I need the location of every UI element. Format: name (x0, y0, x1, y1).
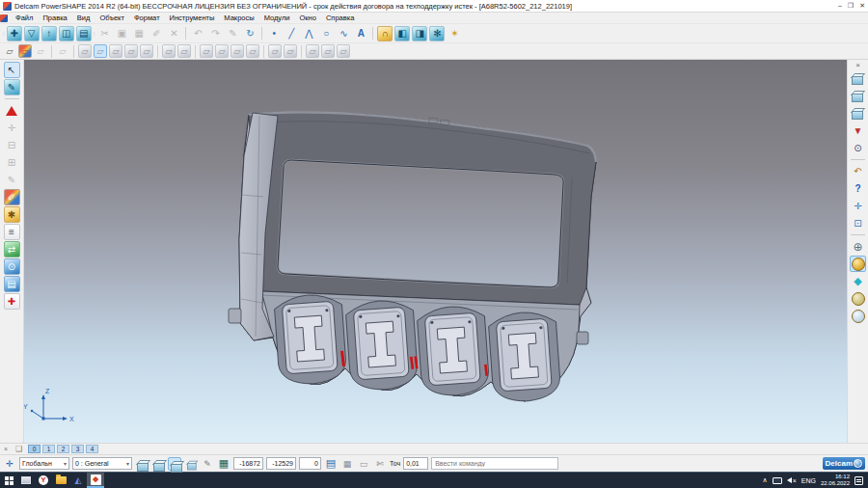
menu-help[interactable]: Справка (321, 14, 359, 22)
menu-window[interactable]: Окно (295, 14, 321, 22)
create-circle-icon[interactable] (318, 26, 334, 41)
title-bar[interactable]: Delcam PowerSHAPE 2014 R2 (64-bit) БЕССР… (0, 0, 868, 13)
level-edit-icon[interactable] (201, 457, 214, 471)
feature-pocket-icon[interactable] (321, 44, 335, 58)
menu-macros[interactable]: Макросы (219, 14, 258, 22)
iso-view-1-icon[interactable] (850, 70, 866, 87)
create-polyline-icon[interactable] (301, 26, 316, 41)
create-solid-icon[interactable] (394, 26, 410, 41)
level-small-icon[interactable] (185, 458, 196, 469)
position-list-icon[interactable] (324, 457, 338, 471)
zoom-full-icon[interactable] (850, 198, 866, 214)
toolbox-icon[interactable] (4, 276, 20, 292)
menu-object[interactable]: Объект (95, 14, 129, 22)
toolbar-handle[interactable]: ⁞ (3, 31, 5, 37)
workplane-tools-icon[interactable] (18, 44, 32, 58)
surface-network-icon[interactable] (94, 44, 107, 58)
feature-hole-icon[interactable] (306, 44, 319, 58)
save-model-icon[interactable] (59, 26, 74, 41)
page-tab-4[interactable]: 4 (86, 445, 98, 453)
surface-from-curves-icon[interactable] (109, 44, 122, 58)
mold-block-icon[interactable] (4, 137, 20, 153)
iso-view-3-icon[interactable] (850, 105, 866, 122)
pocket-2[interactable] (345, 299, 419, 393)
workplane-triad-icon[interactable] (3, 457, 16, 471)
shaded-view-icon[interactable] (850, 256, 866, 272)
surface-extrude-icon[interactable] (124, 44, 138, 58)
create-assembly-icon[interactable] (429, 26, 445, 41)
keyboard-icon[interactable] (357, 457, 370, 471)
tray-clock[interactable]: 16:12 22.06.2022 (821, 474, 850, 488)
page-tab-3[interactable]: 3 (71, 445, 84, 453)
hidden-icons-chevron[interactable] (763, 476, 768, 484)
coordinate-z-field[interactable]: 0 (299, 457, 321, 470)
toolbar2-close-icon[interactable] (3, 44, 16, 58)
model-search-icon[interactable] (4, 258, 20, 275)
taskbar-cad-viewer[interactable]: ◭ (69, 473, 87, 488)
transform-icon[interactable] (4, 120, 20, 136)
maximize-button[interactable]: ❐ (848, 2, 854, 10)
start-button[interactable] (0, 473, 17, 488)
pocket-4[interactable] (488, 311, 561, 404)
hazard-warning-icon[interactable] (4, 102, 20, 119)
sheet-stack-icon[interactable] (4, 224, 20, 240)
3d-viewport[interactable]: Z X Y (24, 60, 847, 443)
mask-filter-icon[interactable] (373, 457, 387, 471)
wizard-icon[interactable] (447, 26, 462, 41)
workplane-selector[interactable]: Глобальн ▾ (19, 457, 69, 470)
delete-icon[interactable] (166, 26, 181, 41)
tolerance-field[interactable]: 0,01 (403, 457, 428, 470)
redo-icon[interactable] (207, 26, 223, 41)
rtb-close-icon[interactable] (850, 61, 866, 69)
new-model-icon[interactable] (7, 26, 22, 41)
print-icon[interactable] (76, 26, 92, 41)
level-set-2-icon[interactable] (151, 457, 165, 471)
part-library-icon[interactable] (4, 241, 20, 258)
paste-icon[interactable] (131, 26, 147, 41)
select-cursor-icon[interactable] (4, 62, 20, 78)
toolbar-handle[interactable]: ⁞ (94, 31, 95, 37)
create-feature-icon[interactable] (412, 26, 427, 41)
feather-icon[interactable] (4, 172, 20, 188)
camera-view-icon[interactable] (850, 140, 866, 156)
level-selector[interactable]: 0 : General ▾ (72, 457, 132, 470)
edit-text-icon[interactable] (225, 26, 240, 41)
create-curve-icon[interactable] (336, 26, 351, 41)
create-surface-icon[interactable] (377, 26, 393, 41)
create-text-icon[interactable] (353, 26, 368, 41)
zoom-help-icon[interactable] (850, 180, 866, 197)
grid-toggle-icon[interactable] (217, 457, 231, 471)
volume-muted-icon[interactable]: × (787, 477, 797, 484)
undo-icon[interactable] (190, 26, 205, 41)
surface-plane-icon[interactable] (78, 44, 92, 58)
page-tab-0[interactable]: 0 (28, 445, 41, 453)
close-button[interactable]: ✕ (859, 2, 865, 10)
cut-icon[interactable] (96, 26, 112, 41)
coordinate-x-field[interactable]: -16872 (233, 457, 263, 470)
import-file-icon[interactable] (41, 26, 57, 41)
macro-tools-icon[interactable] (4, 206, 20, 223)
pocket-1[interactable] (274, 293, 347, 387)
feature-boss-icon[interactable] (337, 44, 350, 58)
coordinate-y-field[interactable]: -12529 (266, 457, 296, 470)
menu-format[interactable]: Формат (129, 14, 165, 22)
sketch-tools-icon[interactable] (4, 79, 20, 95)
rebuild-icon[interactable] (242, 26, 258, 41)
copy-icon[interactable] (114, 26, 129, 41)
model-doctor-icon[interactable] (4, 293, 20, 310)
zoom-box-icon[interactable] (850, 215, 866, 231)
surface-revolve-icon[interactable] (140, 44, 153, 58)
solid-revolve-icon[interactable] (215, 44, 229, 58)
previous-view-icon[interactable] (850, 163, 866, 179)
tabbar-close-icon[interactable]: × (2, 446, 10, 452)
display-icon[interactable] (773, 477, 782, 484)
level-set-1-icon[interactable] (135, 457, 149, 471)
iso-view-2-icon[interactable] (850, 88, 866, 104)
minimize-button[interactable]: – (838, 2, 842, 10)
taskbar-yandex-browser[interactable]: Y (35, 473, 52, 488)
language-indicator[interactable]: ENG (801, 477, 816, 484)
open-model-icon[interactable] (24, 26, 40, 41)
boolean-subtract-icon[interactable] (284, 44, 297, 58)
fillet-corner-icon[interactable] (177, 44, 191, 58)
transparent-view-icon[interactable] (850, 308, 866, 324)
